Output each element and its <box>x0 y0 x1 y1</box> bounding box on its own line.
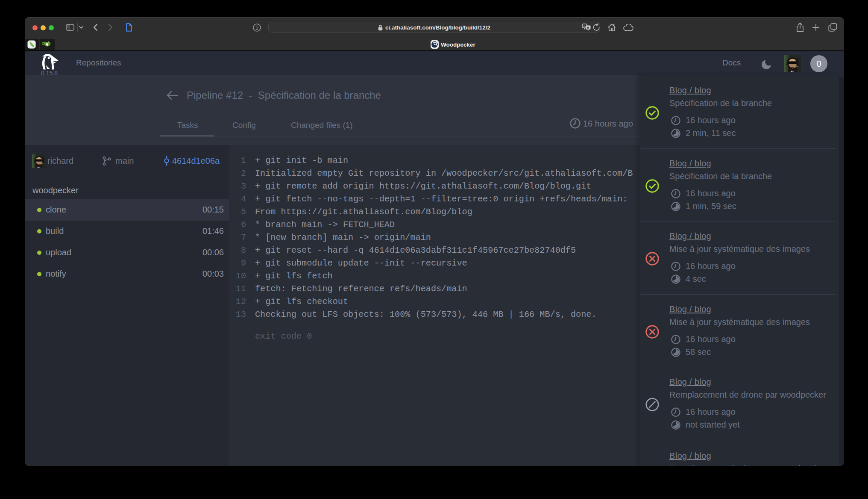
svg-text:A: A <box>584 24 586 28</box>
